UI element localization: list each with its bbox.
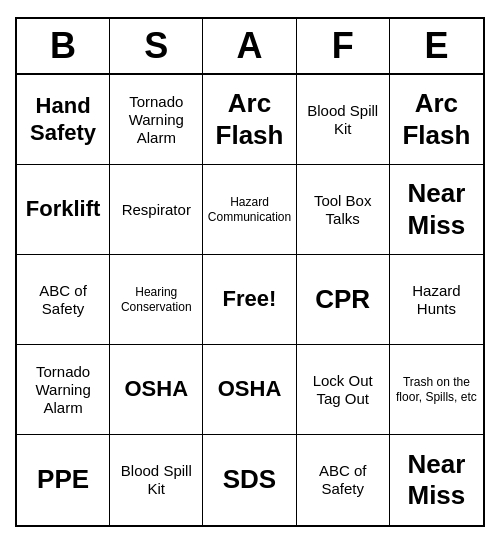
- cell-13: CPR: [297, 255, 390, 345]
- cell-6: Respirator: [110, 165, 203, 255]
- cell-8: Tool Box Talks: [297, 165, 390, 255]
- bingo-grid: Hand SafetyTornado Warning AlarmArc Flas…: [17, 75, 483, 525]
- cell-16: OSHA: [110, 345, 203, 435]
- cell-17: OSHA: [203, 345, 296, 435]
- cell-1: Tornado Warning Alarm: [110, 75, 203, 165]
- cell-22: SDS: [203, 435, 296, 525]
- cell-4: Arc Flash: [390, 75, 483, 165]
- cell-7: Hazard Communication: [203, 165, 296, 255]
- cell-3: Blood Spill Kit: [297, 75, 390, 165]
- cell-15: Tornado Warning Alarm: [17, 345, 110, 435]
- cell-21: Blood Spill Kit: [110, 435, 203, 525]
- cell-24: Near Miss: [390, 435, 483, 525]
- cell-9: Near Miss: [390, 165, 483, 255]
- cell-23: ABC of Safety: [297, 435, 390, 525]
- header-letter-e: E: [390, 19, 483, 73]
- header-row: BSAFE: [17, 19, 483, 75]
- header-letter-b: B: [17, 19, 110, 73]
- cell-20: PPE: [17, 435, 110, 525]
- cell-12: Free!: [203, 255, 296, 345]
- cell-18: Lock Out Tag Out: [297, 345, 390, 435]
- cell-19: Trash on the floor, Spills, etc: [390, 345, 483, 435]
- header-letter-s: S: [110, 19, 203, 73]
- cell-11: Hearing Conservation: [110, 255, 203, 345]
- bingo-card: BSAFE Hand SafetyTornado Warning AlarmAr…: [15, 17, 485, 527]
- cell-5: Forklift: [17, 165, 110, 255]
- cell-2: Arc Flash: [203, 75, 296, 165]
- header-letter-a: A: [203, 19, 296, 73]
- header-letter-f: F: [297, 19, 390, 73]
- cell-0: Hand Safety: [17, 75, 110, 165]
- cell-10: ABC of Safety: [17, 255, 110, 345]
- cell-14: Hazard Hunts: [390, 255, 483, 345]
